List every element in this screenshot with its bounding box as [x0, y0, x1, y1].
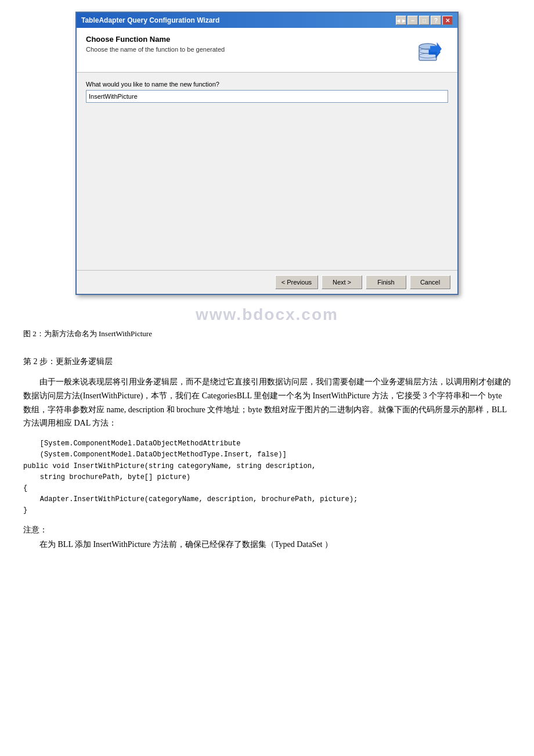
step2-paragraph: 由于一般来说表现层将引用业务逻辑层，而不是绕过它直接引用数据访问层，我们需要创建… [23, 375, 511, 430]
wizard-window-controls: ◄► – □ ? ✕ [396, 16, 453, 25]
wizard-titlebar: TableAdapter Query Configuration Wizard … [77, 13, 457, 28]
wizard-footer: < Previous Next > Finish Cancel [77, 270, 457, 294]
wizard-title: TableAdapter Query Configuration Wizard [81, 16, 219, 24]
watermark-text: www.bdocx.com [196, 305, 338, 323]
wizard-content: What would you like to name the new func… [77, 73, 457, 270]
watermark-row: www.bdocx.com [23, 305, 511, 324]
close-button[interactable]: ✕ [442, 16, 453, 25]
function-name-label: What would you like to name the new func… [86, 81, 448, 88]
wizard-icon [418, 35, 448, 65]
minimize-button[interactable]: – [407, 16, 418, 25]
code-block: [System.ComponentModel.DataObjectMethodA… [23, 438, 511, 516]
help-button[interactable]: ? [431, 16, 441, 25]
restore-button[interactable]: □ [419, 16, 430, 25]
step2-heading: 第 2 步：更新业务逻辑层 [23, 357, 511, 367]
step2-section: 第 2 步：更新业务逻辑层 由于一般来说表现层将引用业务逻辑层，而不是绕过它直接… [23, 357, 511, 551]
nav-icon[interactable]: ◄► [396, 16, 406, 25]
previous-button[interactable]: < Previous [275, 275, 318, 289]
wizard-header-text: Choose Function Name Choose the name of … [86, 35, 225, 53]
function-name-input[interactable] [86, 90, 448, 103]
note-text: 在为 BLL 添加 InsertWithPicture 方法前，确保已经保存了数… [23, 538, 511, 552]
next-button[interactable]: Next > [322, 275, 362, 289]
wizard-header: Choose Function Name Choose the name of … [77, 28, 457, 73]
figure-caption: 图 2：为新方法命名为 InsertWithPicture [23, 329, 511, 339]
wizard-header-title: Choose Function Name [86, 35, 225, 44]
wizard-dialog: TableAdapter Query Configuration Wizard … [75, 12, 459, 295]
wizard-header-subtitle: Choose the name of the function to be ge… [86, 46, 225, 53]
cancel-button[interactable]: Cancel [410, 275, 450, 289]
finish-button[interactable]: Finish [366, 275, 406, 289]
note-label: 注意： [23, 525, 511, 535]
wizard-wrapper: TableAdapter Query Configuration Wizard … [23, 12, 511, 295]
